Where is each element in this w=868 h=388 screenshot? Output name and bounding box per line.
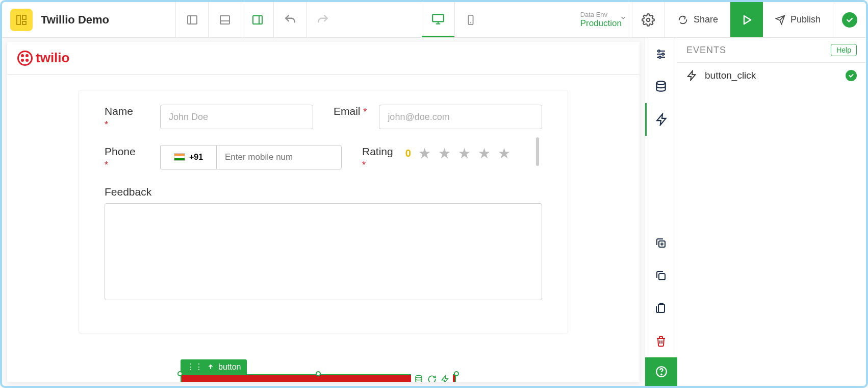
selected-element-overlay: ⋮⋮ button Submit Form — [181, 359, 456, 382]
star-icon[interactable]: ★ — [478, 145, 491, 162]
element-action-icons — [411, 374, 453, 382]
svg-point-30 — [661, 374, 662, 375]
delete-icon[interactable] — [645, 325, 677, 357]
bolt-icon — [686, 70, 698, 81]
selection-box: Submit Form — [181, 374, 456, 382]
publish-button[interactable]: Publish — [763, 2, 833, 37]
database-icon[interactable] — [645, 70, 677, 103]
selection-type: button — [218, 362, 241, 372]
paste-icon[interactable] — [645, 292, 677, 325]
feedback-group: Feedback — [105, 185, 542, 302]
app-logo — [10, 9, 33, 31]
phone-label: Phone* — [105, 145, 148, 171]
scroll-indicator[interactable] — [536, 137, 539, 166]
form-row: Phone* +91 Rating* — [105, 145, 542, 171]
device-tools — [422, 2, 487, 37]
svg-rect-28 — [658, 304, 665, 312]
star-icon[interactable]: ★ — [498, 145, 510, 162]
svg-rect-1 — [22, 15, 26, 19]
svg-rect-0 — [17, 15, 20, 25]
svg-point-14 — [647, 18, 650, 21]
svg-rect-5 — [220, 16, 229, 24]
resize-handle[interactable] — [177, 371, 183, 376]
name-label-text: Name — [105, 105, 133, 117]
arrow-up-icon[interactable] — [207, 363, 214, 371]
data-env-label: Data Env — [580, 11, 622, 18]
submit-label: Submit Form — [278, 381, 342, 382]
canvas-area: twilio Name* Email * — [2, 38, 645, 386]
email-label-text: Email — [334, 105, 361, 117]
star-icon[interactable]: ★ — [418, 145, 431, 162]
bolt-icon[interactable] — [441, 375, 450, 382]
rating-label-text: Rating — [362, 146, 393, 157]
desktop-view-icon[interactable] — [422, 2, 454, 37]
status-indicator — [833, 12, 866, 28]
rating-field: 0 ★ ★ ★ ★ ★ — [405, 145, 542, 162]
svg-point-16 — [416, 376, 422, 378]
drag-handle-icon[interactable]: ⋮⋮ — [187, 362, 203, 372]
country-code-select[interactable]: +91 — [160, 145, 216, 169]
event-status-check-icon — [846, 70, 857, 81]
sliders-icon[interactable] — [645, 38, 677, 70]
phone-label-text: Phone — [105, 146, 136, 157]
page-header: twilio — [7, 42, 640, 75]
side-icon-rail — [645, 38, 677, 386]
app-title: Twillio Demo — [41, 13, 109, 27]
mobile-view-icon[interactable] — [454, 2, 487, 37]
resize-handle[interactable] — [316, 371, 321, 376]
canvas-page: twilio Name* Email * — [7, 42, 640, 382]
share-label: Share — [694, 14, 718, 25]
database-icon[interactable] — [414, 375, 423, 382]
events-panel: EVENTS Help button_click — [677, 38, 866, 386]
main-area: twilio Name* Email * — [2, 38, 866, 386]
redo-icon[interactable] — [306, 2, 339, 37]
feedback-label: Feedback — [105, 185, 542, 198]
copy-icon[interactable] — [645, 259, 677, 292]
email-label: Email * — [334, 105, 367, 118]
chevron-down-icon — [620, 14, 627, 21]
copy-plus-icon[interactable] — [645, 227, 677, 259]
email-group: Email * — [334, 105, 542, 131]
layout-sidebar-left-icon[interactable] — [175, 2, 208, 37]
svg-point-18 — [658, 50, 660, 52]
brand-text: twilio — [36, 50, 69, 66]
phone-field: +91 — [160, 145, 342, 169]
event-item-button-click[interactable]: button_click — [677, 63, 866, 88]
resize-handle[interactable] — [454, 371, 459, 376]
phone-input[interactable] — [216, 145, 342, 169]
settings-gear-icon[interactable] — [632, 2, 665, 37]
help-icon[interactable] — [645, 357, 678, 386]
flag-india-icon — [174, 153, 185, 161]
rating-group: Rating* 0 ★ ★ ★ ★ ★ — [362, 145, 542, 171]
svg-point-23 — [656, 81, 665, 85]
bolt-icon[interactable] — [645, 103, 677, 136]
name-input[interactable] — [160, 105, 313, 129]
name-group: Name* — [105, 105, 313, 131]
send-icon — [775, 15, 785, 25]
data-env-dropdown[interactable]: Data Env Production — [570, 2, 632, 37]
layout-bottom-panel-icon[interactable] — [208, 2, 241, 37]
play-button[interactable] — [730, 2, 763, 37]
layout-sidebar-right-icon[interactable] — [241, 2, 273, 37]
undo-icon[interactable] — [273, 2, 306, 37]
header-left: Twillio Demo — [2, 9, 175, 31]
rating-label: Rating* — [362, 145, 393, 171]
required-marker: * — [105, 119, 108, 130]
svg-rect-7 — [253, 16, 262, 24]
share-icon — [677, 14, 688, 26]
required-marker: * — [363, 107, 367, 117]
required-marker: * — [362, 160, 366, 170]
share-button[interactable]: Share — [665, 2, 730, 37]
event-label-group: button_click — [686, 70, 756, 81]
selection-tag[interactable]: ⋮⋮ button — [181, 359, 247, 374]
star-icon[interactable]: ★ — [438, 145, 451, 162]
feedback-textarea[interactable] — [105, 203, 542, 300]
check-circle-icon — [842, 12, 857, 28]
email-input[interactable] — [379, 105, 542, 129]
panel-help-button[interactable]: Help — [831, 44, 857, 56]
star-icon[interactable]: ★ — [458, 145, 471, 162]
refresh-icon[interactable] — [427, 375, 437, 382]
svg-rect-2 — [22, 21, 26, 25]
svg-rect-3 — [188, 16, 197, 24]
event-name: button_click — [705, 70, 756, 81]
